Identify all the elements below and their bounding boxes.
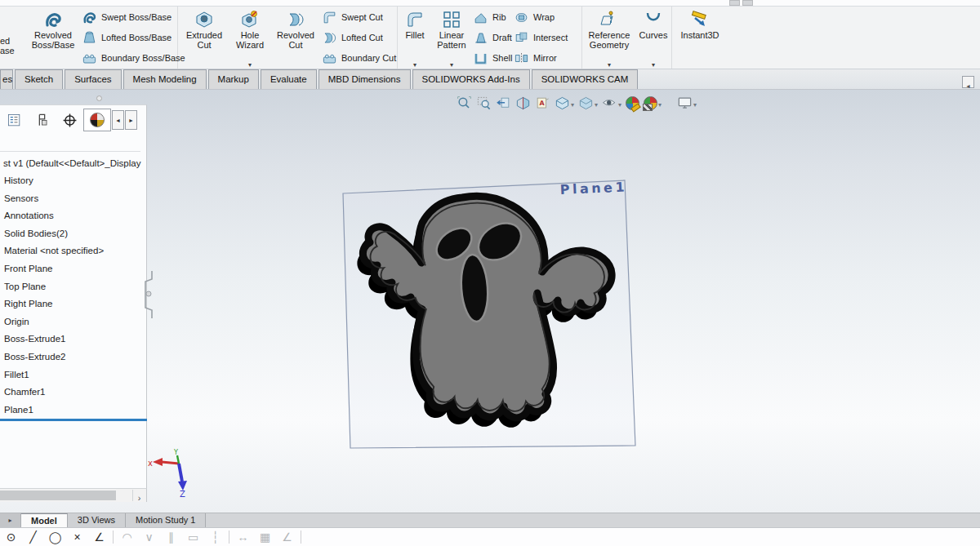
tree-item-top-plane[interactable]: Top Plane	[0, 278, 146, 296]
tab-surfaces[interactable]: Surfaces	[65, 69, 121, 89]
tab-solidworks-cam[interactable]: SOLIDWORKS CAM	[532, 69, 639, 89]
tree-item-history[interactable]: History	[0, 172, 146, 190]
scrollbar-thumb[interactable]	[0, 491, 116, 500]
panel-tab-scroll-left[interactable]: ◄	[112, 110, 124, 130]
configurationmanager-tab[interactable]	[56, 109, 83, 131]
tree-item-material[interactable]: Material <not specified>	[0, 242, 146, 260]
curves-dropdown[interactable]	[652, 59, 655, 67]
tree-item-fillet1[interactable]: Fillet1	[0, 366, 146, 384]
smart-dimension-icon[interactable]: ↔	[232, 528, 254, 546]
reference-geometry-button[interactable]: Reference Geometry	[584, 8, 635, 67]
display-style-button[interactable]	[577, 95, 599, 112]
tab-evaluate[interactable]: Evaluate	[261, 69, 317, 89]
revolved-boss-base-button[interactable]: Revolved Boss/Base	[26, 8, 80, 67]
tree-item-solid-bodies[interactable]: Solid Bodies(2)	[0, 225, 146, 243]
offset-entities-icon[interactable]: ∥	[160, 528, 182, 546]
lofted-boss-base-button[interactable]: Lofted Boss/Base	[82, 29, 176, 47]
linear-pattern-label: Linear Pattern	[437, 30, 466, 50]
tab-sketch[interactable]: Sketch	[15, 69, 63, 89]
display-style-dropdown[interactable]	[595, 95, 598, 110]
fillet-sketch-icon[interactable]: ◠	[116, 528, 138, 546]
zoom-to-area-button[interactable]	[475, 95, 492, 112]
tab-3d-views[interactable]: 3D Views	[68, 513, 126, 527]
tree-item-boss-extrude2[interactable]: Boss-Extrude2	[0, 348, 146, 366]
tree-item-chamfer1[interactable]: Chamfer1	[0, 384, 146, 402]
extend-entities-icon[interactable]: ∠	[88, 528, 110, 546]
rib-icon	[473, 10, 488, 25]
tree-item-right-plane[interactable]: Right Plane	[0, 295, 146, 313]
apply-scene-button[interactable]	[643, 95, 662, 111]
extruded-cut-label: Extruded Cut	[186, 30, 222, 50]
section-view-button[interactable]	[514, 95, 532, 112]
apply-scene-dropdown[interactable]	[658, 95, 662, 110]
linear-pattern-dropdown[interactable]	[450, 59, 453, 67]
previous-view-button[interactable]	[495, 95, 512, 112]
tree-item-sensors[interactable]: Sensors	[0, 190, 146, 208]
view-settings-button[interactable]	[676, 95, 697, 112]
hide-show-items-button[interactable]	[601, 95, 622, 112]
trim-entities-icon[interactable]: ×	[66, 528, 88, 546]
hide-annotations-button[interactable]	[534, 95, 551, 112]
reference-geometry-dropdown[interactable]	[608, 59, 611, 67]
view-orientation-dropdown[interactable]	[571, 95, 574, 110]
fillet-button[interactable]: Fillet	[399, 8, 430, 67]
swept-cut-button[interactable]: Swept Cut	[322, 8, 395, 26]
tree-item-boss-extrude1[interactable]: Boss-Extrude1	[0, 331, 146, 348]
propertymanager-tab[interactable]	[28, 109, 56, 131]
featuremanager-tree-tab[interactable]	[0, 109, 28, 131]
panel-width-handle[interactable]	[96, 95, 102, 101]
circle-tool-icon[interactable]: ⊙	[0, 528, 22, 546]
fillet-dropdown[interactable]	[413, 59, 416, 67]
zoom-to-fit-button[interactable]	[456, 95, 473, 112]
extruded-boss-base-button[interactable]: ed ase	[0, 8, 24, 67]
displaymanager-tab[interactable]	[83, 109, 111, 131]
rollback-bar[interactable]	[0, 419, 147, 421]
curves-button[interactable]: Curves	[636, 8, 670, 67]
ribbon-group-features: Fillet Linear Pattern Rib Draft Shell Wr…	[398, 7, 582, 69]
instant3d-button[interactable]: Instant3D	[675, 8, 724, 67]
linear-pattern-button[interactable]: Linear Pattern	[432, 8, 471, 67]
grid-snap-icon[interactable]: ▦	[254, 528, 276, 546]
mirror-button[interactable]: Mirror	[514, 49, 581, 67]
boundary-boss-base-button[interactable]: Boundary Boss/Base	[82, 49, 176, 67]
line-tool-icon[interactable]: ╱	[22, 528, 44, 546]
tree-item-front-plane[interactable]: Front Plane	[0, 260, 146, 278]
tab-solidworks-addins[interactable]: SOLIDWORKS Add-Ins	[412, 69, 530, 89]
boundary-cut-button[interactable]: Boundary Cut	[322, 49, 395, 67]
wrap-button[interactable]: Wrap	[514, 8, 581, 26]
panel-horizontal-scrollbar[interactable]	[0, 488, 147, 502]
extruded-cut-button[interactable]: Extruded Cut	[181, 8, 227, 67]
graphics-viewport[interactable]: Plane1 x Y Z	[0, 90, 980, 513]
panel-splitter-handle[interactable]	[142, 271, 157, 318]
tab-mbd-dimensions[interactable]: MBD Dimensions	[318, 69, 411, 89]
edit-appearance-button[interactable]	[625, 95, 640, 111]
tree-root-title[interactable]: st v1 (Default<<Default>_Display	[0, 154, 146, 172]
tree-item-origin[interactable]: Origin	[0, 313, 146, 331]
tab-features-partial[interactable]: es	[0, 69, 13, 89]
tab-markup[interactable]: Markup	[208, 69, 259, 89]
mirror-label: Mirror	[533, 53, 557, 63]
tab-model[interactable]: Model	[21, 513, 68, 527]
chamfer-sketch-icon[interactable]: ∨	[138, 528, 160, 546]
hide-show-items-dropdown[interactable]	[618, 95, 621, 110]
tab-mesh-modeling[interactable]: Mesh Modeling	[123, 69, 207, 89]
tab-motion-study-1[interactable]: Motion Study 1	[126, 513, 206, 527]
hole-wizard-dropdown[interactable]	[248, 59, 252, 67]
angle-dimension-icon[interactable]: ∠	[276, 528, 298, 546]
tree-item-annotations[interactable]: Annotations	[0, 207, 146, 225]
panel-tab-scroll-right[interactable]: ►	[125, 110, 137, 130]
corner-rectangle-icon[interactable]: ▭	[182, 528, 204, 546]
view-settings-dropdown[interactable]	[693, 95, 697, 110]
ellipse-tool-icon[interactable]: ◯	[44, 528, 66, 546]
swept-boss-base-button[interactable]: Swept Boss/Base	[82, 8, 176, 26]
lofted-cut-button[interactable]: Lofted Cut	[322, 29, 395, 47]
intersect-button[interactable]: Intersect	[514, 29, 581, 47]
revolved-cut-button[interactable]: Revolved Cut	[273, 8, 318, 67]
tree-item-plane1[interactable]: Plane1	[0, 402, 146, 419]
centerline-icon[interactable]: ┆	[204, 528, 226, 546]
scrollbar-right-button[interactable]	[132, 490, 145, 501]
view-orientation-button[interactable]	[554, 95, 575, 112]
collapse-taskpane-button[interactable]	[962, 76, 974, 88]
hole-wizard-button[interactable]: Hole Wizard	[229, 8, 271, 67]
tab-pane-scroll-button[interactable]	[0, 513, 21, 527]
